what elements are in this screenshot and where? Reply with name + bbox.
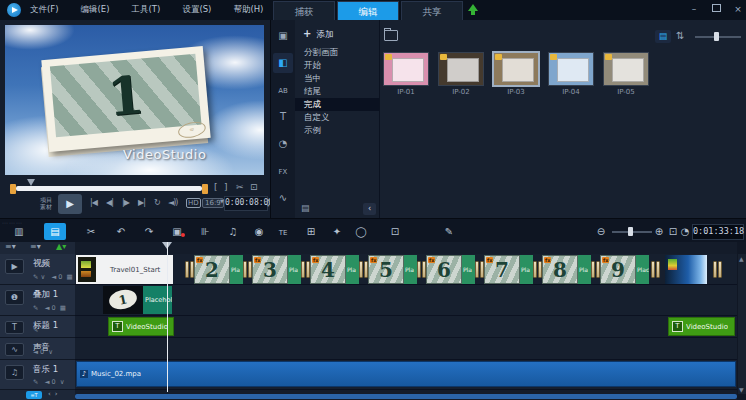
- track-list-icon[interactable]: ≡▾: [5, 242, 16, 251]
- numbered-clip-9[interactable]: fx 9: [600, 255, 636, 284]
- zoom-out-icon[interactable]: ⊖: [590, 223, 612, 240]
- menu-settings[interactable]: 设置(S): [182, 4, 211, 16]
- scroll-up-icon[interactable]: ▲: [739, 255, 744, 262]
- title-clip-left[interactable]: T VideoStudio: [108, 317, 174, 336]
- prev-frame-button[interactable]: ◀|: [106, 198, 113, 207]
- redo-button[interactable]: ↷: [138, 223, 160, 240]
- tab-capture[interactable]: 捕获: [273, 1, 335, 21]
- transition-library-icon[interactable]: AB: [273, 80, 293, 100]
- title-track-subicons[interactable]: ✎: [33, 326, 40, 334]
- transition-indicator[interactable]: [713, 255, 722, 284]
- loop-button[interactable]: ↻: [154, 198, 160, 207]
- track-header-video[interactable]: ▶ 视频 ✎∨ ◄0 ▦: [0, 254, 75, 285]
- menu-tools[interactable]: 工具(T): [132, 4, 161, 16]
- category-split-screen[interactable]: 分割画面: [295, 46, 379, 59]
- timeline-zoom-slider-thumb[interactable]: [628, 227, 633, 236]
- graphic-library-icon[interactable]: ◔: [273, 134, 293, 154]
- transition-indicator[interactable]: [533, 255, 542, 284]
- minimize-button[interactable]: –: [684, 0, 704, 18]
- category-beginning[interactable]: 开始: [295, 59, 379, 72]
- sort-icon[interactable]: ⇅: [676, 30, 684, 41]
- upload-arrow-icon[interactable]: [467, 4, 479, 16]
- hd-toggle[interactable]: HD: [186, 198, 201, 208]
- record-capture-icon[interactable]: ▣: [166, 223, 188, 240]
- restore-button[interactable]: [706, 0, 726, 18]
- placeholder-clip[interactable]: Pla: [404, 255, 417, 284]
- transition-indicator[interactable]: [475, 255, 484, 284]
- preview-timecode[interactable]: 0:00:08:00: [224, 196, 268, 211]
- add-folder-icon[interactable]: [384, 30, 398, 41]
- category-ending[interactable]: 结尾: [295, 85, 379, 98]
- transition-indicator[interactable]: [243, 255, 252, 284]
- volume-icon[interactable]: ◄)): [168, 198, 177, 207]
- mode-project-label[interactable]: 项目: [30, 196, 52, 203]
- track-transparency-icon[interactable]: ◯: [350, 223, 372, 240]
- music-clip[interactable]: ♪ Music_02.mpa: [76, 361, 736, 387]
- numbered-clip-5[interactable]: fx 5: [368, 255, 404, 284]
- numbered-clip-4[interactable]: fx 4: [310, 255, 346, 284]
- clip-travel01-start[interactable]: Travel01_Start: [76, 255, 173, 284]
- voice-lane[interactable]: [75, 338, 737, 360]
- go-end-button[interactable]: ▶|: [138, 198, 145, 207]
- transition-indicator[interactable]: [359, 255, 368, 284]
- undo-button[interactable]: ↶: [110, 223, 132, 240]
- placeholder-clip[interactable]: Pla: [346, 255, 359, 284]
- voice-track-subicons[interactable]: ◄0 ∨: [33, 348, 55, 356]
- timeline-view-icon[interactable]: ▤: [44, 223, 66, 240]
- close-button[interactable]: ×: [728, 0, 746, 18]
- play-button[interactable]: ▶: [58, 194, 82, 214]
- scroll-left-right-icons[interactable]: ‹›: [48, 390, 62, 398]
- menu-help[interactable]: 帮助(H): [233, 4, 263, 16]
- menu-file[interactable]: 文件(F): [30, 4, 59, 16]
- mark-out-button[interactable]: ]: [224, 182, 228, 192]
- numbered-clip-2[interactable]: fx 2: [194, 255, 230, 284]
- placeholder-clip[interactable]: Pla: [230, 255, 243, 284]
- split-clip-icon[interactable]: ✂: [236, 182, 244, 192]
- add-track-icon[interactable]: ▲▾: [56, 242, 66, 251]
- title-clip-right[interactable]: T VideoStudio: [668, 317, 735, 336]
- motion-path-icon[interactable]: ∿: [273, 188, 293, 208]
- project-duration-timecode[interactable]: 0:01:33:18: [692, 224, 744, 240]
- instant-project-icon[interactable]: ◧: [273, 53, 293, 73]
- template-thumbnail-ip03[interactable]: [493, 52, 539, 86]
- scrubber-track[interactable]: [16, 186, 202, 191]
- placeholder-clip[interactable]: Place: [636, 255, 649, 284]
- transition-indicator[interactable]: [651, 255, 660, 284]
- scroll-down-icon[interactable]: ▼: [739, 386, 744, 393]
- media-library-icon[interactable]: ▣: [273, 26, 293, 46]
- video-clip-segment-4[interactable]: fx 4 Pla: [301, 255, 359, 284]
- overlay-clip[interactable]: 1 Placehol: [103, 286, 172, 314]
- placeholder-clip[interactable]: Pla: [578, 255, 591, 284]
- next-frame-button[interactable]: |▶: [122, 198, 129, 207]
- track-header-music[interactable]: ♫ 音乐 1 ✎ ◄0 ∨: [0, 360, 75, 390]
- auto-music-icon[interactable]: ♫: [222, 223, 244, 240]
- category-middle[interactable]: 当中: [295, 72, 379, 85]
- video-clip-segment-9[interactable]: fx 9 Place: [591, 255, 649, 284]
- mark-in-button[interactable]: [: [214, 182, 218, 192]
- enlarge-preview-icon[interactable]: ⊡: [250, 182, 258, 192]
- subtitle-editor-icon[interactable]: TE: [272, 223, 294, 240]
- title-lane[interactable]: [75, 316, 737, 338]
- template-thumbnail-ip02[interactable]: [438, 52, 484, 86]
- split-screen-creator-icon[interactable]: ⊞: [300, 223, 322, 240]
- ratio-dropdown-caret-icon[interactable]: ▼: [220, 198, 223, 204]
- mode-clip-label[interactable]: 素材: [30, 203, 52, 210]
- placeholder-clip[interactable]: Pla: [288, 255, 301, 284]
- track-height-toggle[interactable]: =T: [26, 391, 42, 399]
- mixed-tools-icon[interactable]: ✂: [80, 223, 102, 240]
- sound-mixer-icon[interactable]: ⊪: [194, 223, 216, 240]
- library-list-icon[interactable]: ▤: [301, 203, 310, 213]
- transition-indicator[interactable]: [301, 255, 310, 284]
- collapse-panel-button[interactable]: ‹: [363, 203, 376, 215]
- category-complete[interactable]: 完成: [295, 98, 379, 111]
- template-thumbnail-ip04[interactable]: [548, 52, 594, 86]
- scrubber-playhead[interactable]: [27, 179, 35, 186]
- video-clip-segment-5[interactable]: fx 5 Pla: [359, 255, 417, 284]
- template-thumbnail-ip01[interactable]: [383, 52, 429, 86]
- numbered-clip-6[interactable]: fx 6: [426, 255, 462, 284]
- ending-clip[interactable]: [665, 255, 707, 284]
- track-header-voice[interactable]: ∿ 声音 ◄0 ∨: [0, 338, 75, 360]
- tab-share[interactable]: 共享: [401, 1, 463, 21]
- numbered-clip-7[interactable]: fx 7: [484, 255, 520, 284]
- placeholder-clip[interactable]: Pla: [520, 255, 533, 284]
